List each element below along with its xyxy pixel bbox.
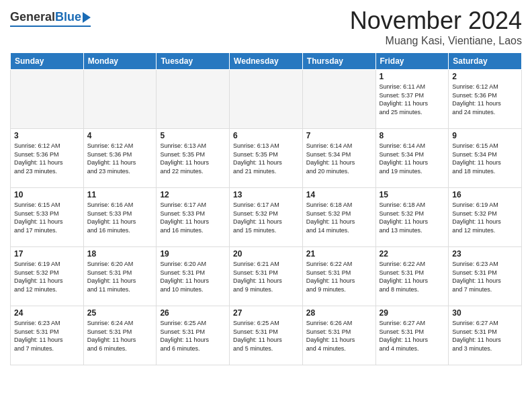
calendar-cell: 1Sunrise: 6:11 AM Sunset: 5:37 PM Daylig… bbox=[375, 70, 449, 129]
day-number: 20 bbox=[233, 249, 299, 259]
cell-text: Sunrise: 6:11 AM Sunset: 5:37 PM Dayligh… bbox=[380, 83, 445, 116]
day-number: 14 bbox=[306, 190, 372, 199]
day-number: 2 bbox=[452, 72, 518, 81]
day-number: 21 bbox=[306, 249, 372, 259]
day-number: 30 bbox=[452, 308, 518, 318]
day-number: 12 bbox=[160, 190, 226, 199]
cell-text: Sunrise: 6:19 AM Sunset: 5:32 PM Dayligh… bbox=[14, 260, 80, 293]
weekday-header-sunday: Sunday bbox=[11, 53, 84, 70]
calendar-cell: 23Sunrise: 6:23 AM Sunset: 5:31 PM Dayli… bbox=[449, 247, 522, 306]
calendar-cell: 9Sunrise: 6:15 AM Sunset: 5:34 PM Daylig… bbox=[449, 129, 522, 188]
calendar-cell: 8Sunrise: 6:14 AM Sunset: 5:34 PM Daylig… bbox=[375, 129, 449, 188]
day-number: 10 bbox=[14, 190, 80, 199]
cell-text: Sunrise: 6:17 AM Sunset: 5:32 PM Dayligh… bbox=[233, 201, 299, 234]
calendar: SundayMondayTuesdayWednesdayThursdayFrid… bbox=[10, 52, 522, 365]
logo-general-text: General bbox=[10, 10, 55, 24]
calendar-cell: 3Sunrise: 6:12 AM Sunset: 5:36 PM Daylig… bbox=[11, 129, 84, 188]
week-row-4: 17Sunrise: 6:19 AM Sunset: 5:32 PM Dayli… bbox=[11, 247, 522, 306]
day-number: 24 bbox=[14, 308, 80, 318]
day-number: 17 bbox=[14, 249, 80, 259]
month-title: November 2024 bbox=[350, 7, 522, 35]
cell-text: Sunrise: 6:26 AM Sunset: 5:31 PM Dayligh… bbox=[306, 319, 372, 353]
logo: General Blue bbox=[10, 10, 91, 27]
weekday-header-thursday: Thursday bbox=[302, 53, 375, 70]
calendar-cell: 2Sunrise: 6:12 AM Sunset: 5:36 PM Daylig… bbox=[449, 70, 522, 129]
calendar-cell: 19Sunrise: 6:20 AM Sunset: 5:31 PM Dayli… bbox=[157, 247, 230, 306]
day-number: 29 bbox=[380, 308, 445, 318]
day-number: 16 bbox=[452, 190, 518, 199]
calendar-cell bbox=[83, 70, 157, 129]
cell-text: Sunrise: 6:13 AM Sunset: 5:35 PM Dayligh… bbox=[160, 142, 226, 175]
calendar-cell: 15Sunrise: 6:18 AM Sunset: 5:32 PM Dayli… bbox=[375, 188, 449, 247]
day-number: 7 bbox=[306, 131, 372, 140]
day-number: 19 bbox=[160, 249, 226, 259]
cell-text: Sunrise: 6:15 AM Sunset: 5:33 PM Dayligh… bbox=[14, 201, 80, 234]
calendar-cell: 25Sunrise: 6:24 AM Sunset: 5:31 PM Dayli… bbox=[83, 306, 157, 365]
cell-text: Sunrise: 6:21 AM Sunset: 5:31 PM Dayligh… bbox=[233, 260, 299, 293]
cell-text: Sunrise: 6:13 AM Sunset: 5:35 PM Dayligh… bbox=[233, 142, 299, 175]
day-number: 4 bbox=[87, 131, 153, 140]
day-number: 23 bbox=[452, 249, 518, 259]
day-number: 8 bbox=[380, 131, 445, 140]
cell-text: Sunrise: 6:18 AM Sunset: 5:32 PM Dayligh… bbox=[380, 201, 445, 234]
weekday-header-saturday: Saturday bbox=[449, 53, 522, 70]
cell-text: Sunrise: 6:22 AM Sunset: 5:31 PM Dayligh… bbox=[306, 260, 372, 293]
calendar-cell: 11Sunrise: 6:16 AM Sunset: 5:33 PM Dayli… bbox=[83, 188, 157, 247]
calendar-cell: 29Sunrise: 6:27 AM Sunset: 5:31 PM Dayli… bbox=[375, 306, 449, 365]
week-row-2: 3Sunrise: 6:12 AM Sunset: 5:36 PM Daylig… bbox=[11, 129, 522, 188]
cell-text: Sunrise: 6:17 AM Sunset: 5:33 PM Dayligh… bbox=[160, 201, 226, 234]
cell-text: Sunrise: 6:12 AM Sunset: 5:36 PM Dayligh… bbox=[87, 142, 153, 175]
weekday-header-tuesday: Tuesday bbox=[157, 53, 230, 70]
day-number: 9 bbox=[452, 131, 518, 140]
calendar-cell: 14Sunrise: 6:18 AM Sunset: 5:32 PM Dayli… bbox=[302, 188, 375, 247]
cell-text: Sunrise: 6:25 AM Sunset: 5:31 PM Dayligh… bbox=[160, 319, 226, 353]
calendar-cell: 21Sunrise: 6:22 AM Sunset: 5:31 PM Dayli… bbox=[302, 247, 375, 306]
day-number: 6 bbox=[233, 131, 299, 140]
location-title: Muang Kasi, Vientiane, Laos bbox=[350, 35, 522, 47]
calendar-cell: 4Sunrise: 6:12 AM Sunset: 5:36 PM Daylig… bbox=[83, 129, 157, 188]
cell-text: Sunrise: 6:24 AM Sunset: 5:31 PM Dayligh… bbox=[87, 319, 153, 353]
calendar-cell bbox=[157, 70, 230, 129]
calendar-cell: 10Sunrise: 6:15 AM Sunset: 5:33 PM Dayli… bbox=[11, 188, 84, 247]
day-number: 13 bbox=[233, 190, 299, 199]
weekday-header-monday: Monday bbox=[83, 53, 157, 70]
cell-text: Sunrise: 6:25 AM Sunset: 5:31 PM Dayligh… bbox=[233, 319, 299, 353]
cell-text: Sunrise: 6:14 AM Sunset: 5:34 PM Dayligh… bbox=[380, 142, 445, 175]
day-number: 22 bbox=[380, 249, 445, 259]
calendar-cell: 17Sunrise: 6:19 AM Sunset: 5:32 PM Dayli… bbox=[11, 247, 84, 306]
cell-text: Sunrise: 6:12 AM Sunset: 5:36 PM Dayligh… bbox=[14, 142, 80, 175]
calendar-cell bbox=[11, 70, 84, 129]
weekday-header-friday: Friday bbox=[375, 53, 449, 70]
cell-text: Sunrise: 6:27 AM Sunset: 5:31 PM Dayligh… bbox=[452, 319, 518, 353]
logo-arrow-icon bbox=[83, 12, 91, 23]
cell-text: Sunrise: 6:18 AM Sunset: 5:32 PM Dayligh… bbox=[306, 201, 372, 234]
cell-text: Sunrise: 6:14 AM Sunset: 5:34 PM Dayligh… bbox=[306, 142, 372, 175]
cell-text: Sunrise: 6:16 AM Sunset: 5:33 PM Dayligh… bbox=[87, 201, 153, 234]
day-number: 11 bbox=[87, 190, 153, 199]
day-number: 5 bbox=[160, 131, 226, 140]
day-number: 1 bbox=[380, 72, 445, 81]
cell-text: Sunrise: 6:15 AM Sunset: 5:34 PM Dayligh… bbox=[452, 142, 518, 175]
cell-text: Sunrise: 6:20 AM Sunset: 5:31 PM Dayligh… bbox=[160, 260, 226, 293]
day-number: 27 bbox=[233, 308, 299, 318]
calendar-cell bbox=[230, 70, 303, 129]
calendar-cell: 22Sunrise: 6:22 AM Sunset: 5:31 PM Dayli… bbox=[375, 247, 449, 306]
title-area: November 2024 Muang Kasi, Vientiane, Lao… bbox=[350, 7, 522, 47]
cell-text: Sunrise: 6:22 AM Sunset: 5:31 PM Dayligh… bbox=[380, 260, 445, 293]
cell-text: Sunrise: 6:27 AM Sunset: 5:31 PM Dayligh… bbox=[380, 319, 445, 353]
logo-underline bbox=[10, 26, 91, 27]
day-number: 25 bbox=[87, 308, 153, 318]
calendar-cell: 13Sunrise: 6:17 AM Sunset: 5:32 PM Dayli… bbox=[230, 188, 303, 247]
calendar-cell: 16Sunrise: 6:19 AM Sunset: 5:32 PM Dayli… bbox=[449, 188, 522, 247]
week-row-5: 24Sunrise: 6:23 AM Sunset: 5:31 PM Dayli… bbox=[11, 306, 522, 365]
header: General Blue November 2024 Muang Kasi, V… bbox=[10, 7, 522, 47]
day-number: 28 bbox=[306, 308, 372, 318]
weekday-header-row: SundayMondayTuesdayWednesdayThursdayFrid… bbox=[11, 53, 522, 70]
cell-text: Sunrise: 6:19 AM Sunset: 5:32 PM Dayligh… bbox=[452, 201, 518, 234]
day-number: 3 bbox=[14, 131, 80, 140]
day-number: 26 bbox=[160, 308, 226, 318]
calendar-cell bbox=[302, 70, 375, 129]
cell-text: Sunrise: 6:23 AM Sunset: 5:31 PM Dayligh… bbox=[452, 260, 518, 293]
calendar-cell: 5Sunrise: 6:13 AM Sunset: 5:35 PM Daylig… bbox=[157, 129, 230, 188]
calendar-cell: 26Sunrise: 6:25 AM Sunset: 5:31 PM Dayli… bbox=[157, 306, 230, 365]
